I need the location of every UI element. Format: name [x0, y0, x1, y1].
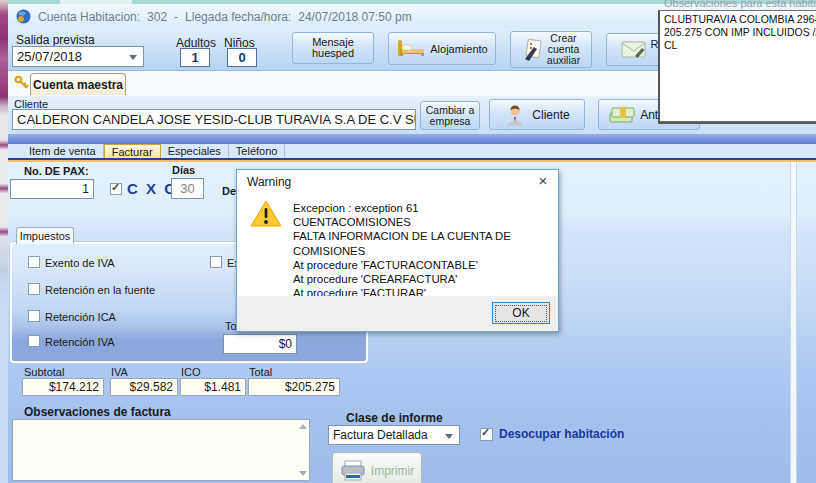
subtotal-value: $174.212 — [22, 378, 104, 396]
mensaje-huesped-button[interactable]: Mensaje huesped — [292, 32, 374, 64]
desktop-edge-strip — [0, 0, 8, 483]
mensaje-huesped-label-2: huesped — [312, 48, 354, 59]
hidden-de-label: De — [222, 185, 236, 197]
dias-input[interactable]: 30 — [171, 178, 204, 199]
retencion-iva-checkbox[interactable] — [28, 335, 40, 347]
imprimir-button[interactable]: Imprimir — [332, 452, 422, 483]
room-number: 302 — [147, 10, 167, 24]
ico-label: ICO — [181, 366, 201, 378]
retencion-ica-checkbox[interactable] — [28, 310, 40, 322]
ok-button-label: OK — [495, 305, 547, 322]
imprimir-label: Imprimir — [371, 464, 414, 478]
alojamiento-label: Alojamiento — [430, 43, 487, 55]
desocupar-checkbox[interactable] — [480, 428, 493, 441]
warning-line: At procedure 'FACTURACONTABLE' — [293, 258, 551, 272]
tab-facturar[interactable]: Facturar — [104, 144, 161, 158]
adultos-input[interactable]: 1 — [180, 48, 210, 67]
salida-prevista-label: Salida prevista — [16, 33, 95, 47]
pax-label: No. DE PAX: — [24, 165, 89, 177]
arrival-value: 24/07/2018 07:50 pm — [298, 10, 411, 24]
money-icon — [609, 106, 635, 124]
scroll-up-icon[interactable] — [299, 424, 307, 429]
envelope-pencil-icon — [621, 40, 647, 60]
exento-iva-checkbox[interactable] — [28, 256, 40, 268]
warning-line: Excepcion : exception 61 — [293, 201, 551, 215]
exento-iva-label: Exento de IVA — [45, 257, 115, 269]
observaciones-habitacion-caption: Observaciones para esta habita — [664, 0, 816, 9]
warning-line: CUENTACOMISIONES — [293, 215, 551, 229]
cliente-button[interactable]: Cliente — [489, 99, 585, 130]
clase-informe-combo[interactable]: Factura Detallada — [328, 425, 460, 445]
total-label: Total — [249, 366, 272, 378]
total-value: $205.275 — [248, 378, 340, 396]
iva-label: IVA — [111, 366, 128, 378]
warning-line: FALTA INFORMACION DE LA CUENTA DE COMISI… — [293, 229, 551, 257]
alojamiento-button[interactable]: Alojamiento — [388, 32, 496, 65]
observaciones-factura-label: Observaciones de factura — [24, 405, 171, 419]
retencion-fuente-checkbox[interactable] — [28, 283, 40, 295]
right-scroll-strip[interactable] — [790, 162, 797, 483]
app-icon — [16, 9, 31, 24]
observaciones-factura-textarea[interactable] — [12, 419, 310, 481]
cliente-name-field[interactable]: CALDERON CANDELA JOSE YESID-CLUB TURAVIA… — [12, 109, 416, 130]
dialog-footer: OK — [237, 296, 558, 331]
warning-dialog: Warning × Excepcion : exception 61 CUENT… — [236, 169, 559, 332]
tab-impuestos[interactable]: Impuestos — [16, 227, 74, 244]
iva-value: $29.582 — [110, 378, 178, 396]
chevron-down-icon[interactable] — [129, 55, 137, 60]
bed-icon — [396, 38, 426, 60]
tab-cuenta-maestra[interactable]: Cuenta maestra — [30, 73, 126, 95]
cxc-checkbox[interactable] — [110, 183, 122, 195]
hidden-to-label: To — [225, 320, 237, 332]
zero-total-input[interactable]: $0 — [223, 334, 297, 354]
scroll-down-icon[interactable] — [299, 471, 307, 476]
clase-de-informe-label: Clase de informe — [346, 411, 443, 425]
key-icon — [14, 75, 29, 90]
warning-line: At procedure 'CREARFACTURA' — [293, 272, 551, 286]
cxc-label: C X C — [127, 180, 177, 197]
crear-cuenta-auxiliar-button[interactable]: Crear cuenta auxiliar — [510, 31, 592, 68]
warning-dialog-title: Warning — [247, 175, 291, 189]
cliente-button-label: Cliente — [532, 108, 569, 122]
dias-label: Días — [172, 164, 195, 176]
tab-item-de-venta[interactable]: Item de venta — [22, 144, 104, 158]
tab-telefono[interactable]: Teléfono — [229, 144, 286, 158]
desocupar-label: Desocupar habitación — [499, 427, 624, 441]
retencion-ica-label: Retención ICA — [45, 311, 116, 323]
salida-prevista-value: 25/07/2018 — [17, 49, 82, 64]
printer-icon — [340, 460, 366, 482]
cuenta-habitacion-window: Cuenta Habitacion: 302 - Llegada fecha/h… — [0, 0, 816, 483]
observacion-line: CL — [664, 39, 816, 52]
ninos-input[interactable]: 0 — [227, 48, 257, 67]
title-dash: - — [174, 10, 178, 24]
cambiar-empresa-label-1: Cambiar a — [426, 105, 474, 116]
window-title: Cuenta Habitacion: — [38, 10, 140, 24]
salida-prevista-combo[interactable]: 25/07/2018 — [12, 46, 144, 67]
retencion-fuente-label: Retención en la fuente — [45, 284, 155, 296]
ok-button[interactable]: OK — [492, 302, 550, 324]
tab-especiales[interactable]: Especiales — [161, 144, 229, 158]
note-pencil-icon — [522, 38, 544, 62]
retencion-iva-label: Retención IVA — [45, 336, 115, 348]
chevron-down-icon[interactable] — [445, 434, 453, 439]
crear-cuenta-label-3: auxiliar — [547, 55, 580, 66]
person-icon — [504, 104, 526, 126]
cambiar-empresa-label-2: empresa — [430, 116, 471, 127]
subtotal-label: Subtotal — [24, 366, 64, 378]
observaciones-habitacion-box[interactable]: CLUBTURAVIA COLOMBIA 296-3742 205.275 CO… — [658, 10, 816, 122]
hidden-ex-checkbox[interactable] — [210, 256, 222, 268]
warning-triangle-icon — [250, 199, 282, 228]
warning-message: Excepcion : exception 61 CUENTACOMISIONE… — [293, 201, 551, 300]
ico-value: $1.481 — [180, 378, 246, 396]
close-icon[interactable]: × — [534, 172, 552, 190]
observacion-line: 205.275 CON IMP INCLUIDOS // CO — [664, 26, 816, 39]
pax-input[interactable]: 1 — [10, 179, 94, 199]
arrival-label: Llegada fecha/hora: — [185, 10, 291, 24]
cambiar-a-empresa-button[interactable]: Cambiar a empresa — [420, 101, 480, 130]
clase-informe-value: Factura Detallada — [333, 428, 428, 442]
observacion-line: CLUBTURAVIA COLOMBIA 296-3742 — [664, 13, 816, 26]
separator-band — [8, 134, 816, 144]
tab-strip: Item de venta Facturar Especiales Teléfo… — [8, 144, 816, 158]
